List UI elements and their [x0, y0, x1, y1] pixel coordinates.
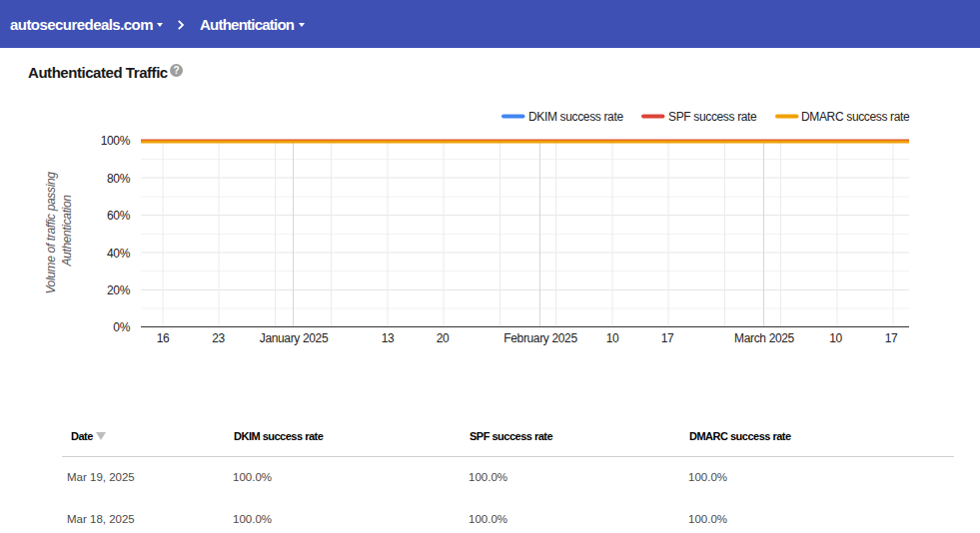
- svg-text:SPF success rate: SPF success rate: [668, 110, 757, 124]
- svg-text:60%: 60%: [107, 209, 131, 223]
- svg-text:January 2025: January 2025: [260, 331, 329, 345]
- svg-text:0%: 0%: [113, 320, 130, 334]
- svg-text:March 2025: March 2025: [734, 331, 795, 345]
- svg-text:DMARC success rate: DMARC success rate: [801, 110, 910, 124]
- svg-text:10: 10: [606, 331, 619, 345]
- svg-text:Authentication: Authentication: [60, 195, 74, 267]
- svg-text:17: 17: [885, 331, 898, 345]
- svg-text:40%: 40%: [107, 247, 131, 261]
- svg-text:10: 10: [829, 331, 842, 345]
- svg-text:17: 17: [661, 331, 674, 345]
- svg-text:16: 16: [157, 331, 170, 345]
- svg-text:13: 13: [382, 331, 395, 345]
- svg-text:Volume of traffic passing: Volume of traffic passing: [44, 172, 58, 294]
- svg-text:100%: 100%: [101, 134, 131, 148]
- svg-text:23: 23: [212, 331, 225, 345]
- svg-text:20%: 20%: [107, 283, 131, 297]
- svg-text:February 2025: February 2025: [503, 331, 577, 345]
- svg-text:20: 20: [437, 331, 450, 345]
- svg-text:80%: 80%: [107, 172, 131, 186]
- svg-text:DKIM success rate: DKIM success rate: [528, 110, 623, 124]
